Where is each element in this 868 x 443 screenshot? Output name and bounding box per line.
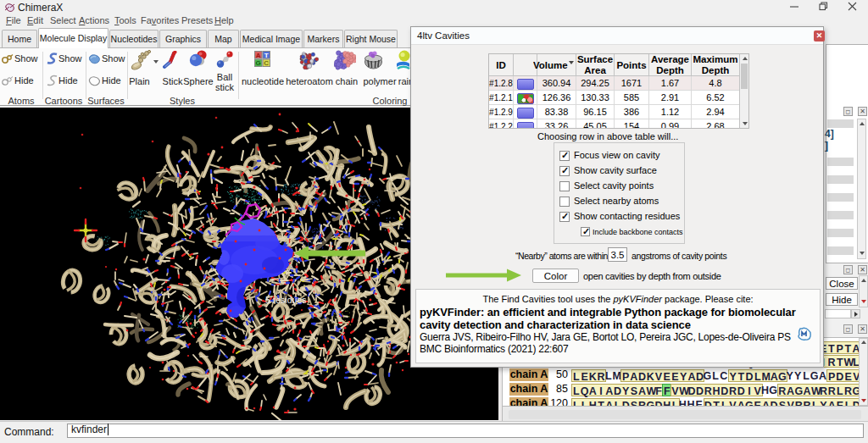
svg-text:5 residues: 5 residues (265, 295, 306, 305)
svg-text:A: A (256, 52, 261, 59)
svg-text:T: T (264, 52, 269, 59)
svg-text:G: G (256, 59, 261, 67)
svg-text:C: C (264, 59, 269, 67)
